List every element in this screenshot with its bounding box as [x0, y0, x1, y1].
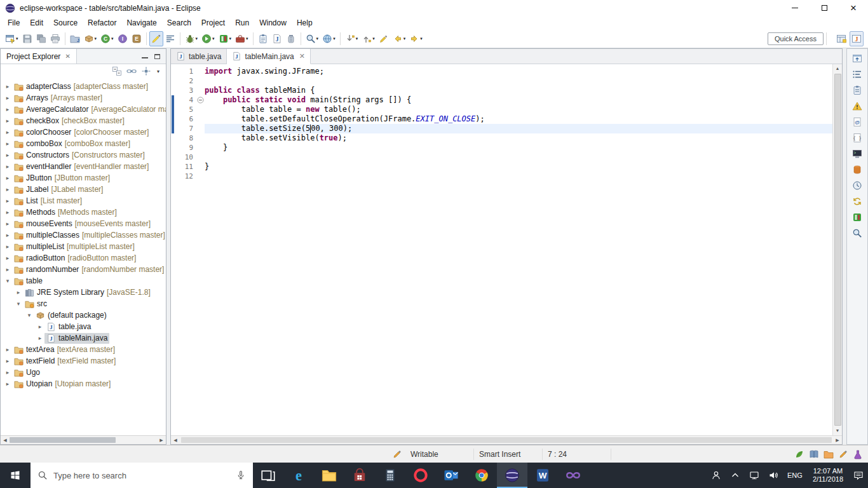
code-line-4[interactable]: 4 public static void main(String args []… — [171, 95, 832, 105]
taskbar-calculator-icon[interactable] — [375, 463, 405, 488]
tree-item-utopian[interactable]: ▸Utopian[Utopian master] — [1, 378, 166, 390]
people-icon[interactable] — [707, 470, 726, 480]
minimize-button[interactable] — [780, 0, 810, 16]
scroll-down-icon[interactable]: ▼ — [836, 426, 840, 435]
tree-item-averagecalculator[interactable]: ▸AverageCalculator[AverageCalculator mas… — [1, 104, 166, 115]
open-type-button[interactable] — [270, 31, 284, 46]
flask-icon[interactable] — [853, 449, 863, 459]
taskbar-opera-icon[interactable] — [405, 463, 436, 488]
scroll-right-icon[interactable]: ▶ — [833, 436, 842, 445]
run-button[interactable]: ▾ — [200, 31, 217, 46]
tree-item-jbutton[interactable]: ▸JButton[JButton master] — [1, 172, 166, 184]
chevron-icon[interactable]: ▸ — [36, 335, 44, 341]
back-button[interactable]: ▾ — [391, 31, 408, 46]
scroll-thumb[interactable] — [181, 437, 832, 443]
menu-file[interactable]: File — [3, 17, 25, 29]
tree-item-methods[interactable]: ▸Methods[Methods master] — [1, 207, 166, 218]
menu-help[interactable]: Help — [292, 17, 318, 29]
taskbar-visual-studio-icon[interactable] — [558, 463, 588, 488]
dropdown-arrow-icon[interactable]: ▾ — [95, 36, 97, 41]
new-class-button[interactable]: ▾ — [98, 31, 116, 46]
new-package-button[interactable]: ▾ — [82, 31, 99, 46]
format-source-button[interactable] — [163, 31, 177, 46]
dropdown-arrow-icon[interactable]: ▾ — [229, 36, 232, 41]
network-icon[interactable] — [745, 470, 764, 480]
tree-item-arrays[interactable]: ▸Arrays[Arrays master] — [1, 92, 166, 104]
chevron-icon[interactable]: ▸ — [3, 243, 12, 250]
chevron-icon[interactable]: ▸ — [14, 289, 23, 295]
volume-icon[interactable] — [764, 470, 783, 480]
maximize-view-icon[interactable] — [154, 54, 160, 59]
chevron-icon[interactable]: ▸ — [3, 358, 12, 364]
chevron-icon[interactable]: ▾ — [14, 301, 23, 307]
maximize-button[interactable] — [810, 0, 839, 16]
chevron-icon[interactable]: ▸ — [3, 106, 12, 112]
tree-item-textarea[interactable]: ▸textArea[textArea master] — [1, 344, 166, 355]
chevron-icon[interactable]: ▸ — [3, 152, 12, 158]
save-button[interactable] — [20, 31, 34, 46]
chevron-icon[interactable]: ▾ — [25, 312, 34, 318]
javadoc-view-icon[interactable] — [850, 116, 864, 128]
dropdown-arrow-icon[interactable]: ▾ — [246, 36, 248, 41]
tree-item-table[interactable]: ▾table — [1, 275, 166, 287]
minimize-view-icon[interactable] — [142, 54, 148, 58]
open-perspective-button[interactable] — [834, 31, 848, 46]
tree-item-multiplelist[interactable]: ▸multipleList[multipleList master] — [1, 241, 166, 252]
editor-tab-table-java[interactable]: table.java — [171, 49, 227, 64]
declaration-view-icon[interactable] — [850, 132, 864, 144]
focus-on-active-task-icon[interactable] — [141, 66, 151, 76]
code-line-9[interactable]: 9 } — [171, 143, 832, 152]
book-icon[interactable] — [809, 449, 819, 459]
chevron-icon[interactable]: ▸ — [3, 163, 12, 170]
chevron-icon[interactable]: ▸ — [3, 255, 12, 261]
new-wizard-button[interactable]: ▾ — [3, 31, 20, 46]
run-external-tools-button[interactable]: ▾ — [233, 31, 250, 46]
dropdown-arrow-icon[interactable]: ▾ — [372, 36, 375, 41]
debug-button[interactable]: ▾ — [183, 31, 200, 46]
taskbar-microsoft-store-icon[interactable] — [344, 463, 375, 488]
scroll-thumb[interactable] — [834, 74, 841, 426]
outline-view-icon[interactable] — [850, 68, 864, 80]
dropdown-arrow-icon[interactable]: ▾ — [16, 36, 18, 41]
action-center-icon[interactable] — [849, 470, 868, 480]
chevron-icon[interactable]: ▸ — [3, 83, 12, 90]
code-line-3[interactable]: 3public class tableMain { — [171, 86, 832, 95]
tree-item-multipleclasses[interactable]: ▸multipleClasses[multipleClasses master] — [1, 229, 166, 241]
search-button[interactable]: ▾ — [304, 31, 321, 46]
dropdown-arrow-icon[interactable]: ▾ — [333, 36, 336, 41]
open-external-browser-button[interactable]: ▾ — [320, 31, 337, 46]
tree-item-src[interactable]: ▾src — [1, 298, 166, 309]
search-view-icon[interactable] — [850, 227, 864, 239]
taskbar-chrome-icon[interactable] — [466, 463, 497, 488]
taskbar-eclipse-icon[interactable] — [497, 463, 527, 488]
tree-item-mouseevents[interactable]: ▸mouseEvents[mouseEvents master] — [1, 218, 166, 229]
tree-item-ugo[interactable]: ▸Ugo — [1, 367, 166, 378]
menu-window[interactable]: Window — [254, 17, 292, 29]
java-perspective-button[interactable] — [850, 31, 864, 46]
tree-item-tablemain-java[interactable]: ▸tableMain.java — [1, 332, 166, 344]
chevron-icon[interactable]: ▸ — [36, 323, 44, 330]
tree-item-combobox[interactable]: ▸comboBox[comboBox master] — [1, 138, 166, 149]
code-line-8[interactable]: 8 table.setVisible(true); — [171, 133, 832, 143]
tree-item-adapterclass[interactable]: ▸adapterClass[adapterClass master] — [1, 81, 166, 92]
scroll-right-icon[interactable]: ▶ — [157, 436, 166, 445]
editor-tab-tablemain-java[interactable]: tableMain.java✕ — [227, 49, 311, 64]
start-button[interactable] — [0, 463, 31, 488]
history-view-icon[interactable] — [850, 179, 864, 191]
menu-source[interactable]: Source — [48, 17, 83, 29]
chevron-icon[interactable]: ▸ — [3, 232, 12, 238]
mark-occurrences-button[interactable] — [149, 31, 163, 46]
code-line-6[interactable]: 6 table.setDefaultCloseOperation(JFrame.… — [171, 114, 832, 124]
chevron-icon[interactable]: ▸ — [3, 198, 12, 204]
taskbar-edge-icon[interactable] — [283, 463, 314, 488]
fold-collapse-icon[interactable] — [197, 97, 204, 104]
coverage-button[interactable]: ▾ — [217, 31, 234, 46]
code-line-10[interactable]: 10 — [171, 152, 832, 162]
new-interface-button[interactable] — [116, 31, 130, 46]
new-task-button[interactable] — [256, 31, 270, 46]
dropdown-arrow-icon[interactable]: ▾ — [316, 36, 319, 41]
taskbar-task-view-icon[interactable] — [253, 463, 283, 488]
tree-item-radiobutton[interactable]: ▸radioButton[radioButton master] — [1, 252, 166, 264]
dropdown-arrow-icon[interactable]: ▾ — [212, 36, 215, 41]
menu-search[interactable]: Search — [162, 17, 196, 29]
